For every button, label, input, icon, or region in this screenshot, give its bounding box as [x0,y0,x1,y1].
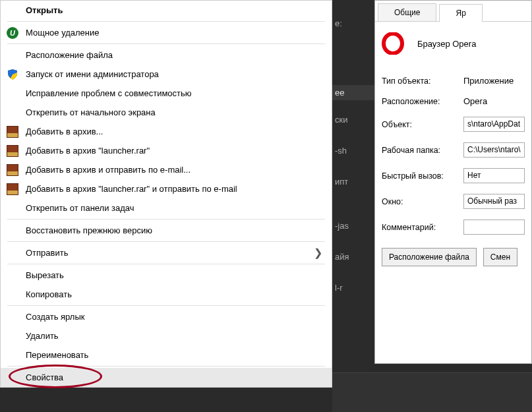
menu-archive-add[interactable]: Добавить в архив... [1,122,332,141]
menu-label: Вырезать [26,270,64,280]
tab-shortcut[interactable]: Яр [439,4,482,22]
menu-copy[interactable]: Копировать [1,285,332,304]
row-comment: Комментарий: [382,220,525,235]
comment-input[interactable] [463,220,525,235]
menu-unpin-start[interactable]: Открепить от начального экрана [1,103,332,122]
location-value: Opera [463,96,487,106]
menu-label: Добавить в архив и отправить по e-mail..… [26,165,191,175]
properties-dialog: Общие Яр Браузер Opera Тип объекта: Прил… [374,0,532,364]
menu-label: Восстановить прежнюю версию [26,225,152,235]
menu-label: Запуск от имени администратора [26,69,159,79]
separator [7,219,325,220]
menu-unpin-taskbar[interactable]: Открепить от панели задач [1,198,332,218]
hotkey-input[interactable]: Нет [463,168,525,183]
separator [7,241,325,242]
app-name: Браузер Opera [417,39,476,49]
tabs: Общие Яр [375,1,531,22]
rar-icon [6,163,19,177]
background-window: е: ее ски -sh ипт -jas айя l-r [332,0,374,412]
rar-icon [6,144,19,158]
btn-label: Смен [490,252,510,262]
bg-text: -sh [332,143,374,158]
row-target: Объект: s\ntaro\AppDat [382,117,525,132]
menu-label: Удалить [26,331,59,341]
comment-label: Комментарий: [382,223,459,232]
dialog-header: Браузер Opera [375,22,531,65]
menu-iobit[interactable]: U Мощное удаление [1,23,332,42]
row-hotkey: Быстрый вызов: Нет [382,168,525,183]
menu-label: Свойства [26,372,63,382]
menu-rename[interactable]: Переименовать [1,345,332,365]
menu-label: Добавить в архив... [26,127,103,136]
separator [7,264,325,264]
bg-text: -jas [332,218,374,233]
bg-text: е: [332,16,374,31]
tab-label: Яр [456,9,465,18]
menu-label: Открыть [26,5,63,15]
change-icon-button[interactable]: Смен [483,248,517,266]
menu-archive-rar[interactable]: Добавить в архив "launcher.rar" [1,141,332,160]
menu-restore[interactable]: Восстановить прежнюю версию [1,221,332,240]
menu-label: Добавить в архив "launcher.rar" [26,146,150,156]
menu-delete[interactable]: Удалить [1,326,332,345]
menu-archive-rar-email[interactable]: Добавить в архив "launcher.rar" и отправ… [1,179,332,198]
location-label: Расположение: [382,97,459,106]
separator [7,44,325,44]
shield-icon [6,68,19,81]
window-select[interactable]: Обычный раз [463,194,525,209]
btn-label: Расположение файла [389,252,469,262]
menu-label: Добавить в архив "launcher.rar" и отправ… [26,184,237,194]
bg-text: айя [332,249,374,264]
menu-label: Копировать [26,289,72,299]
bottom-bar [332,372,532,412]
menu-label: Расположение файла [26,50,113,60]
window-label: Окно: [382,197,459,206]
menu-label: Создать ярлык [26,312,84,322]
svg-point-0 [384,34,402,53]
row-workdir: Рабочая папка: C:\Users\ntaro\ [382,142,525,158]
rar-icon [6,125,19,138]
file-location-button[interactable]: Расположение файла [382,248,477,266]
hotkey-label: Быстрый вызов: [382,171,459,181]
target-input[interactable]: s\ntaro\AppDat [463,117,525,132]
menu-label: Отправить [26,248,68,258]
target-label: Объект: [382,120,459,129]
menu-archive-email[interactable]: Добавить в архив и отправить по e-mail..… [1,160,332,179]
tab-general[interactable]: Общие [378,3,436,21]
separator [7,305,325,306]
button-row: Расположение файла Смен [382,248,525,266]
workdir-input[interactable]: C:\Users\ntaro\ [463,142,525,158]
chevron-right-icon: ❯ [314,247,322,259]
menu-open[interactable]: Открыть [1,1,332,20]
menu-properties[interactable]: Свойства [1,368,332,387]
menu-cut[interactable]: Вырезать [1,266,332,285]
bg-text: ее [332,85,374,100]
menu-compat[interactable]: Исправление проблем с совместимостью [1,84,332,103]
type-label: Тип объекта: [382,76,459,86]
menu-label: Открепить от панели задач [26,203,134,213]
bg-text: l-r [332,280,374,295]
menu-run-admin[interactable]: Запуск от имени администратора [1,65,332,84]
context-menu: Открыть U Мощное удаление Расположение ф… [0,0,332,388]
bg-text: ипт [332,174,374,189]
row-location: Расположение: Opera [382,96,525,106]
dialog-body: Тип объекта: Приложение Расположение: Op… [375,76,531,266]
iobit-icon: U [6,26,19,40]
type-value: Приложение [463,76,514,86]
opera-icon [382,32,404,55]
separator [7,366,325,367]
menu-label: Исправление проблем с совместимостью [26,88,192,98]
workdir-label: Рабочая папка: [382,146,459,155]
menu-send-to[interactable]: Отправить ❯ [1,243,332,262]
row-window: Окно: Обычный раз [382,194,525,209]
menu-label: Мощное удаление [26,28,100,38]
rar-icon [6,183,19,196]
row-type: Тип объекта: Приложение [382,76,525,86]
menu-label: Переименовать [26,350,88,360]
menu-label: Открепить от начального экрана [26,107,156,117]
tab-label: Общие [394,8,420,17]
separator [7,21,325,22]
menu-create-shortcut[interactable]: Создать ярлык [1,307,332,326]
bg-text: ски [332,112,374,127]
menu-location[interactable]: Расположение файла [1,45,332,65]
